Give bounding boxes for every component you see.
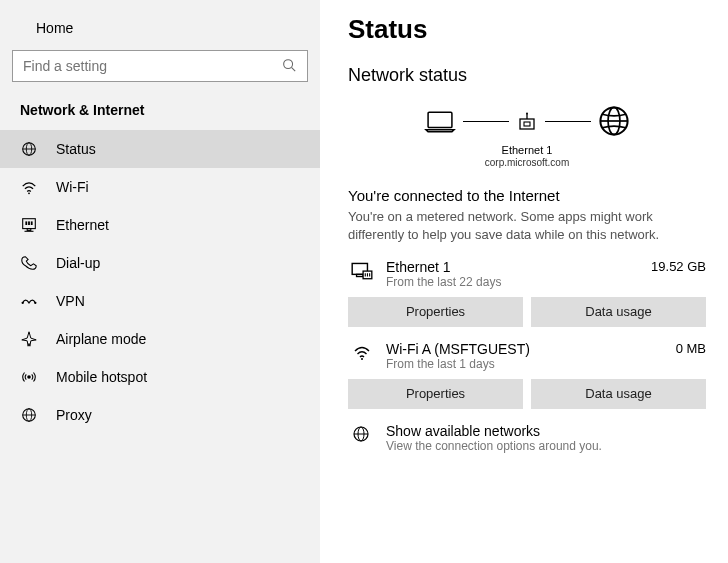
main-content: Status Network status Ethernet 1 corp.mi… bbox=[320, 0, 728, 563]
sidebar-item-hotspot[interactable]: Mobile hotspot bbox=[0, 358, 320, 396]
dialup-icon bbox=[20, 254, 38, 272]
properties-button[interactable]: Properties bbox=[348, 379, 523, 409]
sidebar-item-wifi[interactable]: Wi-Fi bbox=[0, 168, 320, 206]
show-available-networks[interactable]: Show available networks View the connect… bbox=[348, 423, 706, 453]
airplane-icon bbox=[20, 330, 38, 348]
sidebar-item-airplane[interactable]: Airplane mode bbox=[0, 320, 320, 358]
section-header: Network & Internet bbox=[0, 96, 320, 130]
ethernet-monitor-icon bbox=[350, 259, 374, 281]
laptop-icon bbox=[423, 108, 457, 134]
sidebar-item-label: Status bbox=[56, 141, 96, 157]
sidebar-item-dialup[interactable]: Dial-up bbox=[0, 244, 320, 282]
search-container bbox=[0, 44, 320, 96]
nav-home[interactable]: Home bbox=[0, 12, 320, 44]
connection-diagram bbox=[348, 104, 706, 138]
diagram-line bbox=[545, 121, 591, 122]
connection-status-heading: You're connected to the Internet bbox=[348, 187, 706, 204]
vpn-icon bbox=[20, 292, 38, 310]
adapter-sub: From the last 22 days bbox=[386, 275, 639, 289]
hotspot-icon bbox=[20, 368, 38, 386]
adapter-name: Ethernet 1 bbox=[386, 259, 639, 275]
adapter-sub: From the last 1 days bbox=[386, 357, 664, 371]
status-icon bbox=[20, 140, 38, 158]
adapter-wifi: Wi-Fi A (MSFTGUEST) From the last 1 days… bbox=[348, 341, 706, 409]
network-status-heading: Network status bbox=[348, 65, 706, 86]
adapter-ethernet: Ethernet 1 From the last 22 days 19.52 G… bbox=[348, 259, 706, 327]
home-label: Home bbox=[36, 20, 73, 36]
adapter-name: Wi-Fi A (MSFTGUEST) bbox=[386, 341, 664, 357]
diagram-adapter-name: Ethernet 1 bbox=[348, 144, 706, 157]
sidebar-item-status[interactable]: Status bbox=[0, 130, 320, 168]
data-usage-button[interactable]: Data usage bbox=[531, 297, 706, 327]
diagram-domain: corp.microsoft.com bbox=[348, 157, 706, 169]
router-icon bbox=[515, 110, 539, 132]
sidebar-item-vpn[interactable]: VPN bbox=[0, 282, 320, 320]
sidebar-item-label: Ethernet bbox=[56, 217, 109, 233]
properties-button[interactable]: Properties bbox=[348, 297, 523, 327]
search-input[interactable] bbox=[23, 58, 281, 74]
ethernet-icon bbox=[20, 216, 38, 234]
data-usage-button[interactable]: Data usage bbox=[531, 379, 706, 409]
sidebar-item-label: Dial-up bbox=[56, 255, 100, 271]
sidebar-item-label: Wi-Fi bbox=[56, 179, 89, 195]
sidebar-item-proxy[interactable]: Proxy bbox=[0, 396, 320, 434]
connection-status-desc: You're on a metered network. Some apps m… bbox=[348, 208, 706, 244]
page-title: Status bbox=[348, 14, 706, 45]
search-input-wrap[interactable] bbox=[12, 50, 308, 82]
available-networks-title: Show available networks bbox=[386, 423, 602, 439]
sidebar: Home Network & Internet Status Wi-Fi Eth… bbox=[0, 0, 320, 563]
sidebar-item-label: Proxy bbox=[56, 407, 92, 423]
available-networks-desc: View the connection options around you. bbox=[386, 439, 602, 453]
diagram-line bbox=[463, 121, 509, 122]
search-icon bbox=[281, 57, 297, 76]
wifi-icon bbox=[20, 178, 38, 196]
adapter-usage: 19.52 GB bbox=[651, 259, 706, 274]
wifi-icon bbox=[350, 341, 374, 363]
sidebar-item-label: VPN bbox=[56, 293, 85, 309]
globe-icon bbox=[597, 104, 631, 138]
diagram-caption: Ethernet 1 corp.microsoft.com bbox=[348, 144, 706, 169]
sidebar-item-label: Airplane mode bbox=[56, 331, 146, 347]
sidebar-item-label: Mobile hotspot bbox=[56, 369, 147, 385]
proxy-icon bbox=[20, 406, 38, 424]
globe-icon bbox=[350, 423, 372, 445]
adapter-usage: 0 MB bbox=[676, 341, 706, 356]
sidebar-item-ethernet[interactable]: Ethernet bbox=[0, 206, 320, 244]
